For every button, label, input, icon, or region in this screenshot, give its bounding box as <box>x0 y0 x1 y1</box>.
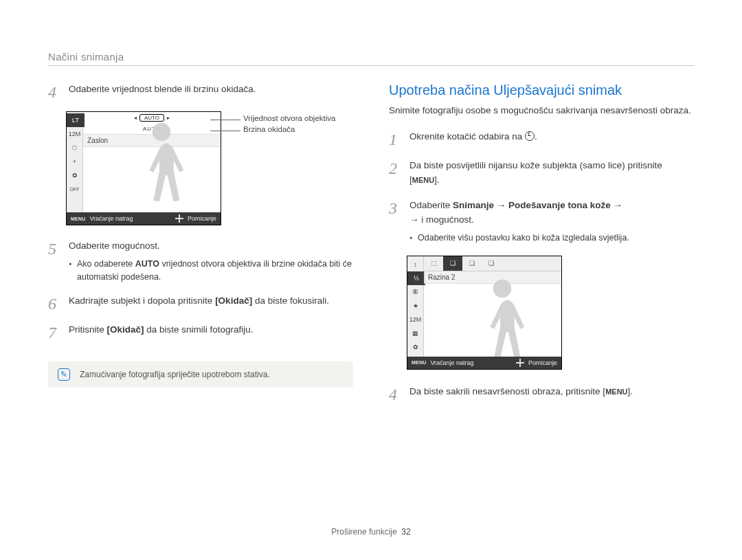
cam2-selected-icon: ½ <box>407 271 425 285</box>
step-text: Odaberite vrijednost blende ili brzinu o… <box>69 82 353 100</box>
cam1-mode-label: LT <box>67 113 85 127</box>
info-icon: ✎ <box>58 368 70 381</box>
r-step-4: 4 Da biste sakrili nesavršenosti obraza,… <box>389 385 694 403</box>
cam2-left-icons: ↕ ½ ⦿ ★ 12M ▦ ✿ <box>407 256 424 357</box>
dpad-icon <box>516 359 524 367</box>
right-intro: Snimite fotografiju osobe s mogućnošću s… <box>389 104 694 117</box>
step-4: 4 Odaberite vrijednost blende ili brzinu… <box>48 82 353 100</box>
r-step-1: 1 Okrenite kotačić odabira na . <box>389 130 694 148</box>
note-box: ✎ Zamućivanje fotografija spriječite upo… <box>48 361 353 388</box>
camera-illustration-2-wrap: ↕ ½ ⦿ ★ 12M ▦ ✿ ⬚ ❏ ❏ ❏ <box>407 256 694 370</box>
title-rule <box>48 65 694 66</box>
cam1-left-icons: LT 12M □ + ✿ OFF <box>67 112 83 212</box>
camera-illustration-1-wrap: LT 12M □ + ✿ OFF ◂ AUTO ▸ <box>66 111 353 225</box>
r-step-3: 3 Odaberite Snimanje → Podešavanje tona … <box>389 199 694 245</box>
step-5: 5 Odaberite mogućnost. Ako odaberete AUT… <box>48 239 353 283</box>
person-silhouette-icon <box>127 119 196 210</box>
person-silhouette-icon <box>468 276 537 357</box>
cam1-statusbar: MENU Vraćanje natrag Pomicanje <box>67 212 221 225</box>
step-6: 6 Kadrirajte subjekt i dopola pritisnite… <box>48 294 353 312</box>
left-column: 4 Odaberite vrijednost blende ili brzinu… <box>48 82 353 414</box>
right-heading: Upotreba načina Uljepšavajući snimak <box>389 82 694 98</box>
r-step-2: 2 Da biste posvijetlili nijansu kože sub… <box>389 159 694 188</box>
mode-dial-icon <box>525 131 535 141</box>
cam1-callout-labels: Vrijednost otvora objektiva Brzina okida… <box>234 111 337 136</box>
section-title: Načini snimanja <box>48 51 694 63</box>
step-number: 4 <box>48 82 60 100</box>
camera-screen-1: LT 12M □ + ✿ OFF ◂ AUTO ▸ <box>66 111 221 225</box>
cam2-top-icons: ⬚ ❏ ❏ ❏ <box>424 256 561 271</box>
cam2-statusbar: MENU Vraćanje natrag Pomicanje <box>407 357 561 369</box>
r-step3-sub: Odaberite višu postavku kako bi koža izg… <box>409 232 694 245</box>
camera-screen-2: ↕ ½ ⦿ ★ 12M ▦ ✿ ⬚ ❏ ❏ ❏ <box>407 256 562 370</box>
dpad-icon <box>175 214 183 223</box>
page-number: 32 <box>401 527 410 537</box>
page-footer: Proširene funkcije 32 <box>0 527 742 537</box>
step5-sub: Ako odaberete AUTO vrijednost otvora obj… <box>69 258 353 284</box>
step-7: 7 Pritisnite [Okidač] da biste snimili f… <box>48 323 353 341</box>
two-column-layout: 4 Odaberite vrijednost blende ili brzinu… <box>48 82 694 414</box>
note-text: Zamućivanje fotografija spriječite upotr… <box>80 370 270 379</box>
right-column: Upotreba načina Uljepšavajući snimak Sni… <box>389 82 694 414</box>
